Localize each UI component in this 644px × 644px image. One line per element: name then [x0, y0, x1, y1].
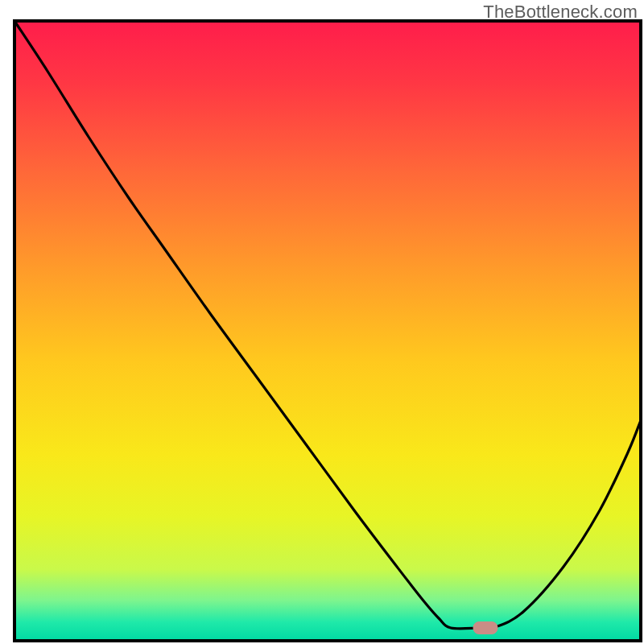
chart-svg	[0, 0, 644, 644]
watermark-text: TheBottleneck.com	[483, 2, 638, 23]
optimal-marker	[473, 622, 497, 634]
plot-background	[14, 21, 641, 641]
chart-stage: TheBottleneck.com	[0, 0, 644, 644]
